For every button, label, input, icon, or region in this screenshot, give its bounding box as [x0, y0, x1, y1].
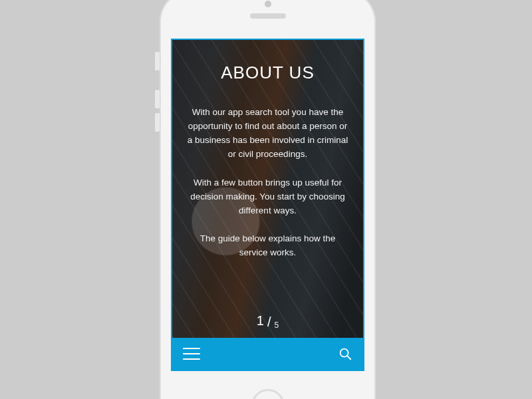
page-title: ABOUT US	[186, 63, 350, 83]
menu-button[interactable]	[183, 348, 200, 360]
app-screen: ABOUT US With our app search tool you ha…	[171, 39, 364, 371]
page-separator: /	[267, 315, 271, 330]
phone-camera	[265, 1, 271, 7]
search-icon	[338, 346, 352, 361]
about-paragraph: With our app search tool you have the op…	[186, 106, 350, 162]
phone-home-button	[251, 389, 285, 399]
phone-side-button	[155, 52, 160, 70]
phone-side-button	[155, 90, 160, 108]
svg-line-1	[347, 356, 350, 359]
hamburger-icon	[183, 353, 200, 354]
page-indicator[interactable]: 1 / 5	[186, 313, 350, 329]
page-current: 1	[257, 313, 264, 329]
hamburger-icon	[183, 348, 200, 349]
phone-side-button	[155, 113, 160, 132]
about-paragraph: With a few button brings up useful for d…	[186, 176, 350, 218]
about-paragraph: The guide below explains how the service…	[186, 232, 350, 260]
bottom-toolbar	[172, 338, 363, 370]
phone-frame: ABOUT US With our app search tool you ha…	[160, 0, 376, 399]
page-total: 5	[275, 321, 279, 330]
phone-speaker	[250, 13, 286, 19]
about-content: ABOUT US With our app search tool you ha…	[172, 40, 363, 338]
hamburger-icon	[183, 358, 200, 360]
search-button[interactable]	[338, 346, 352, 361]
